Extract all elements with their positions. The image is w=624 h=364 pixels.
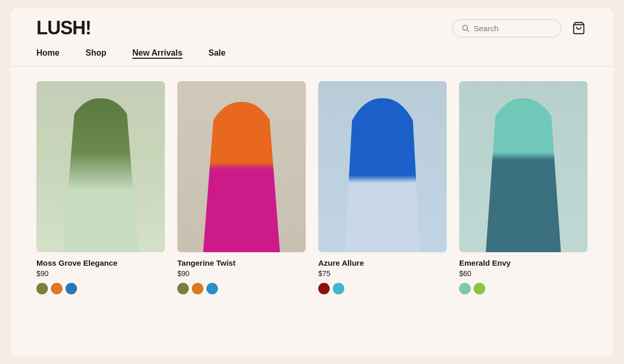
product-price: $75 [318,269,447,278]
product-figure [177,81,306,252]
color-swatch[interactable] [206,283,218,294]
svg-point-0 [463,25,467,30]
product-figure [318,81,447,252]
color-swatches [177,283,306,294]
cart-button[interactable] [570,19,588,37]
product-name: Azure Allure [318,258,447,267]
brand-logo: LUSH! [36,17,91,39]
color-swatch[interactable] [333,283,344,294]
product-price: $60 [459,269,588,278]
product-name: Tangerine Twist [177,258,306,267]
color-swatch[interactable] [177,283,189,294]
product-price: $90 [177,269,306,278]
search-icon [461,24,470,32]
product-image [318,81,447,252]
product-card[interactable]: Tangerine Twist $90 [177,81,306,294]
product-placeholder [177,81,306,252]
header: LUSH! [10,8,614,48]
product-image [459,81,588,252]
color-swatch[interactable] [192,283,203,294]
nav-item-new-arrivals[interactable]: New Arrivals [132,48,182,60]
search-input[interactable] [474,24,553,33]
color-swatches [36,283,165,294]
product-card[interactable]: Emerald Envy $60 [459,81,588,294]
product-placeholder [459,81,588,252]
color-swatches [459,283,588,294]
search-bar[interactable] [452,19,562,37]
products-section: Moss Grove Elegance $90 Tangerine Twist … [10,67,614,356]
product-figure [459,81,588,252]
product-card[interactable]: Azure Allure $75 [318,81,447,294]
color-swatch[interactable] [318,283,330,294]
product-image [177,81,306,252]
product-placeholder [36,81,165,252]
product-name: Moss Grove Elegance [36,258,165,267]
product-figure [36,81,165,252]
main-nav: Home Shop New Arrivals Sale [10,48,614,67]
nav-item-sale[interactable]: Sale [209,48,226,60]
color-swatches [318,283,447,294]
product-price: $90 [36,269,165,278]
product-card[interactable]: Moss Grove Elegance $90 [36,81,165,294]
color-swatch[interactable] [459,283,471,294]
color-swatch[interactable] [66,283,77,294]
color-swatch[interactable] [36,283,48,294]
nav-item-shop[interactable]: Shop [85,48,106,60]
products-grid: Moss Grove Elegance $90 Tangerine Twist … [36,81,588,294]
cart-icon [572,21,586,35]
color-swatch[interactable] [51,283,62,294]
page-wrapper: LUSH! Home Shop New Arrivals Sale [10,8,614,356]
product-placeholder [318,81,447,252]
nav-item-home[interactable]: Home [36,48,59,60]
color-swatch[interactable] [474,283,485,294]
product-name: Emerald Envy [459,258,588,267]
product-image [36,81,165,252]
header-right [452,19,588,37]
svg-line-1 [467,30,469,32]
